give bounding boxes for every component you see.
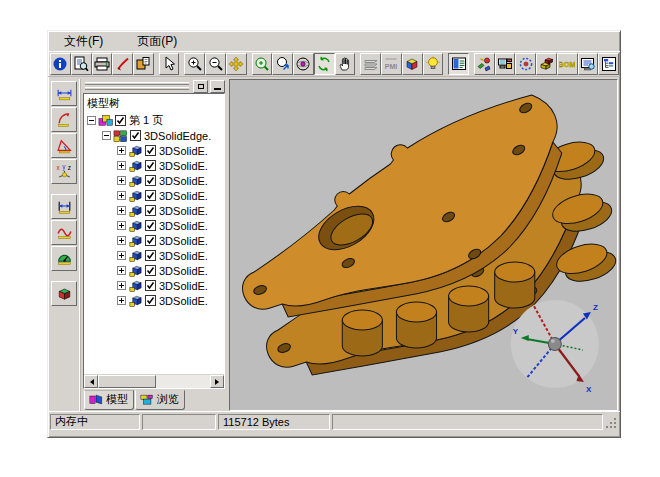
tree-row[interactable]: 3DSolidE. <box>84 143 224 158</box>
tree-row[interactable]: 3DSolidE. <box>84 158 224 173</box>
visibility-checkbox[interactable] <box>145 265 156 276</box>
collapse-node-icon[interactable] <box>87 116 96 125</box>
toolbar-zoom-pointer-button[interactable] <box>272 53 293 75</box>
machine-icon <box>497 56 513 72</box>
tab-browse[interactable]: 浏览 <box>135 390 185 410</box>
visibility-checkbox[interactable] <box>145 280 156 291</box>
tool-dim-distance-button[interactable] <box>51 194 77 219</box>
expand-node-icon[interactable] <box>117 206 126 215</box>
toolbar-print-button[interactable] <box>92 53 113 75</box>
tree-row[interactable]: 3DSolidE. <box>84 173 224 188</box>
toolbar-info-button[interactable] <box>50 53 71 75</box>
toolbar-pmi-button[interactable]: PMI <box>381 53 402 75</box>
tool-coord-xyz-button[interactable]: xyz <box>51 159 77 184</box>
measure-toolbar: xyz <box>48 79 81 411</box>
3d-viewport[interactable]: Z X Y <box>229 79 618 411</box>
tool-solid-box-button[interactable] <box>51 281 77 306</box>
scroll-left-button[interactable] <box>84 375 98 388</box>
tool-dim-radius-button[interactable] <box>51 107 77 132</box>
toolbar-machine-button[interactable] <box>495 53 516 75</box>
tree-horizontal-scrollbar[interactable] <box>84 374 224 388</box>
menu-page[interactable]: 页面(P) <box>133 32 181 51</box>
expand-node-icon[interactable] <box>117 221 126 230</box>
scroll-right-button[interactable] <box>210 375 224 388</box>
visibility-checkbox[interactable] <box>145 145 156 156</box>
toolbar-solids-button[interactable] <box>536 53 557 75</box>
tree-node-label: 3DSolidE. <box>159 265 208 277</box>
tree-row[interactable]: 3DSolidE. <box>84 248 224 263</box>
expand-node-icon[interactable] <box>117 176 126 185</box>
scroll-track[interactable] <box>156 375 210 388</box>
toolbar-sync-button[interactable] <box>515 53 536 75</box>
toolbar-redline-button[interactable] <box>112 53 133 75</box>
toolbar-report-button[interactable] <box>578 53 599 75</box>
visibility-checkbox[interactable] <box>145 205 156 216</box>
tool-gauge-button[interactable] <box>51 246 77 271</box>
dim-radius-icon <box>56 111 73 128</box>
tool-dim-curve-button[interactable] <box>51 220 77 245</box>
toolbar-pan-button[interactable] <box>226 53 247 75</box>
tree-row[interactable]: 3DSolidE. <box>84 233 224 248</box>
expand-node-icon[interactable] <box>117 146 126 155</box>
toolbar-bom-button[interactable]: BOM <box>557 53 578 75</box>
toolbar-view-cube-button[interactable] <box>402 53 423 75</box>
visibility-checkbox[interactable] <box>145 175 156 186</box>
toolbar-print-preview-button[interactable] <box>71 53 92 75</box>
scroll-thumb[interactable] <box>98 375 156 388</box>
tree-node-label: 3DSolidE. <box>159 145 208 157</box>
toolbar-hand-button[interactable] <box>335 53 356 75</box>
tree-row[interactable]: 3DSolidE. <box>84 218 224 233</box>
tree-row[interactable]: 3DSolidE. <box>84 263 224 278</box>
visibility-checkbox[interactable] <box>145 295 156 306</box>
visibility-checkbox[interactable] <box>145 250 156 261</box>
expand-node-icon[interactable] <box>117 266 126 275</box>
toolbar-panel-toggle-button[interactable] <box>448 53 469 75</box>
expand-node-icon[interactable] <box>117 236 126 245</box>
toolbar-orbit-button[interactable] <box>293 53 314 75</box>
svg-text:z: z <box>67 164 70 171</box>
resize-grip[interactable] <box>605 414 618 430</box>
redline-icon <box>115 56 131 72</box>
visibility-checkbox[interactable] <box>130 130 141 141</box>
tree-row[interactable]: 3DSolidE. <box>84 188 224 203</box>
tree-row[interactable]: 第 1 页 <box>84 113 224 128</box>
tool-dim-angle-button[interactable] <box>51 133 77 158</box>
expand-node-icon[interactable] <box>117 161 126 170</box>
collapse-node-icon[interactable] <box>102 131 111 140</box>
panel-collapse-button[interactable] <box>210 80 225 93</box>
tree-row[interactable]: 3DSolidE. <box>84 203 224 218</box>
visibility-checkbox[interactable] <box>115 115 126 126</box>
tree-row[interactable]: 3DSolidEdge. <box>84 128 224 143</box>
orientation-triad: Z X Y <box>511 300 599 394</box>
toolbar-select-button[interactable] <box>159 53 180 75</box>
toolbar-zoom-out-button[interactable] <box>205 53 226 75</box>
visibility-checkbox[interactable] <box>145 190 156 201</box>
panel-drag-grip[interactable] <box>83 82 191 90</box>
tree-row[interactable]: 3DSolidE. <box>84 293 224 308</box>
zoom-pointer-icon <box>275 56 291 72</box>
tab-model[interactable]: 模型 <box>84 390 134 410</box>
visibility-checkbox[interactable] <box>145 220 156 231</box>
tool-dim-horizontal-button[interactable] <box>51 81 77 106</box>
toolbar-layers-button[interactable] <box>360 53 381 75</box>
tree-row[interactable]: 3DSolidE. <box>84 278 224 293</box>
toolbar-zoom-in-button[interactable] <box>184 53 205 75</box>
visibility-checkbox[interactable] <box>145 160 156 171</box>
status-bar: 内存中 115712 Bytes <box>48 411 620 431</box>
toolbar-rotate-button[interactable] <box>314 53 335 75</box>
toolbar-assembly-parts-button[interactable] <box>474 53 495 75</box>
expand-node-icon[interactable] <box>117 296 126 305</box>
toolbar-light-button[interactable] <box>423 53 444 75</box>
expand-node-icon[interactable] <box>117 281 126 290</box>
menu-file[interactable]: 文件(F) <box>60 32 107 51</box>
expand-node-icon[interactable] <box>117 191 126 200</box>
toolbar-zoom-dynamic-button[interactable] <box>252 53 273 75</box>
toolbar-tree-view-button[interactable] <box>598 53 619 75</box>
toolbar-export-button[interactable] <box>133 53 154 75</box>
tree-node-label: 3DSolidEdge. <box>144 130 211 142</box>
3d-canvas[interactable]: Z X Y <box>230 80 617 410</box>
expand-node-icon[interactable] <box>117 251 126 260</box>
visibility-checkbox[interactable] <box>145 235 156 246</box>
status-field-2 <box>142 414 216 430</box>
panel-float-button[interactable] <box>193 80 208 93</box>
